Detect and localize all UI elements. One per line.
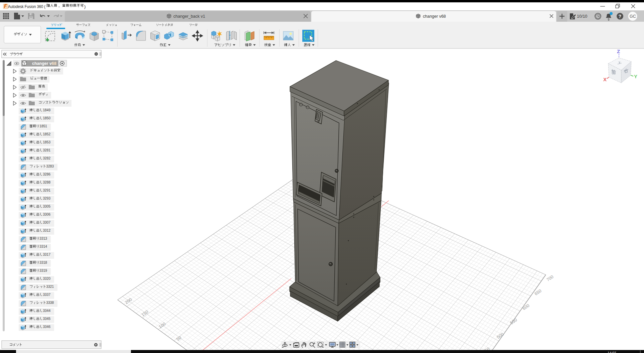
svg-text:Z: Z bbox=[617, 48, 620, 54]
svg-text:?: ? bbox=[619, 14, 622, 19]
svg-text:3345: 3345 bbox=[43, 317, 50, 321]
svg-text:3338: 3338 bbox=[46, 301, 54, 305]
svg-text:Autodesk Fusion 360 (: Autodesk Fusion 360 ( bbox=[8, 4, 46, 9]
svg-text:3286: 3286 bbox=[43, 172, 50, 176]
svg-text:3346: 3346 bbox=[43, 325, 50, 329]
svg-text:3288: 3288 bbox=[43, 181, 50, 184]
svg-text:X: X bbox=[603, 77, 607, 82]
svg-text:3320: 3320 bbox=[43, 277, 50, 280]
svg-text:changer v68: changer v68 bbox=[32, 61, 56, 66]
svg-text:3312: 3312 bbox=[43, 229, 50, 232]
svg-text:3319: 3319 bbox=[39, 269, 47, 272]
svg-text:3307: 3307 bbox=[43, 221, 50, 224]
svg-text:3321: 3321 bbox=[46, 285, 54, 288]
svg-text:1850: 1850 bbox=[43, 116, 50, 120]
svg-text:3281: 3281 bbox=[43, 148, 50, 152]
svg-text:10/10: 10/10 bbox=[577, 14, 587, 19]
svg-text:changer_back v1: changer_back v1 bbox=[173, 14, 205, 19]
svg-text:-: - bbox=[58, 4, 60, 9]
svg-text:1851: 1851 bbox=[39, 124, 47, 128]
svg-text:1853: 1853 bbox=[43, 140, 50, 144]
svg-text:3314: 3314 bbox=[39, 245, 47, 248]
svg-text:3293: 3293 bbox=[43, 197, 50, 200]
svg-text:3313: 3313 bbox=[39, 237, 47, 240]
svg-text:3318: 3318 bbox=[39, 261, 47, 264]
svg-text:1849: 1849 bbox=[43, 108, 50, 112]
svg-text:3291: 3291 bbox=[43, 189, 50, 192]
svg-text:3306: 3306 bbox=[43, 213, 50, 216]
svg-text:Y: Y bbox=[634, 74, 637, 79]
svg-text:3344: 3344 bbox=[43, 309, 50, 313]
svg-text:1852: 1852 bbox=[43, 132, 50, 136]
svg-text:): ) bbox=[84, 4, 86, 9]
svg-text:14:55: 14:55 bbox=[608, 351, 616, 353]
svg-text:3317: 3317 bbox=[43, 253, 50, 256]
svg-text:3283: 3283 bbox=[46, 164, 54, 168]
svg-text:GC: GC bbox=[630, 14, 636, 19]
svg-text:3282: 3282 bbox=[43, 156, 50, 160]
svg-text:3305: 3305 bbox=[43, 205, 50, 208]
svg-text:changer v68: changer v68 bbox=[423, 14, 446, 19]
svg-text:3337: 3337 bbox=[43, 293, 50, 297]
